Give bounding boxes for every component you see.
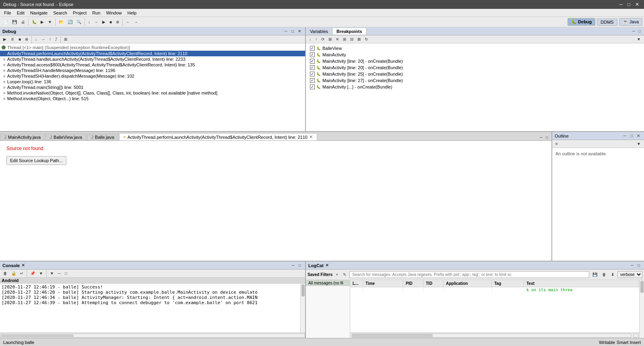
- var-row-0[interactable]: ✓ 🐛 BalleView: [308, 45, 642, 51]
- stack-frame-4[interactable]: ≡ ActivityThreadSH(Handler).dispatchMess…: [0, 73, 305, 79]
- menu-run[interactable]: Run: [90, 10, 103, 16]
- console-word-wrap-btn[interactable]: ↵: [19, 270, 25, 276]
- disconnect-debug-btn[interactable]: ⊗: [23, 36, 30, 42]
- logcat-scroll-btn[interactable]: ⬇: [609, 272, 616, 278]
- vars-toolbar-btn-4[interactable]: ⊞: [327, 36, 333, 42]
- disconnect-button[interactable]: ⊗: [114, 19, 121, 25]
- var-row-4[interactable]: ✓ 🐛 MainActivity [line: 25] - onCreate(B…: [308, 71, 642, 77]
- menu-edit[interactable]: Edit: [14, 10, 27, 16]
- debug-panel-content[interactable]: Thread [<1> main] (Suspended (exception …: [0, 43, 305, 131]
- stack-frame-3[interactable]: ≡ ActivityThreadSH.handleMessage(Message…: [0, 68, 305, 73]
- stepover-btn[interactable]: →: [39, 36, 47, 42]
- var-row-3[interactable]: ✓ 🐛 MainActivity [line: 20] - onCreate(B…: [308, 64, 642, 71]
- debug-close-btn[interactable]: ✕: [296, 28, 303, 34]
- vars-view-menu[interactable]: ▼: [635, 36, 642, 42]
- logcat-level-select[interactable]: verbose debug info warn error: [617, 271, 642, 278]
- outline-toolbar-btn[interactable]: ≡: [554, 141, 559, 147]
- var-row-5[interactable]: ✓ 🐛 MainActivity [line: 27] - onCreate(B…: [308, 77, 642, 84]
- var-check-5[interactable]: ✓: [310, 78, 315, 83]
- menu-project[interactable]: Project: [70, 10, 89, 16]
- console-content[interactable]: [2020-11-27 12:46:19 - balle] Success! […: [0, 284, 300, 332]
- java-perspective-btn[interactable]: ☕ Java: [619, 18, 642, 26]
- stack-frame-8[interactable]: ≡ Method.invoke(Object, Object...) line:…: [0, 96, 305, 101]
- debug-perspective-btn[interactable]: 🐛 Debug: [568, 18, 595, 26]
- var-check-0[interactable]: ✓: [310, 46, 315, 51]
- stack-frame-7[interactable]: ≡ Method.invokeNative(Object, Object[], …: [0, 90, 305, 96]
- debug-button[interactable]: 🐛: [30, 19, 38, 25]
- logcat-max-btn[interactable]: □: [636, 262, 642, 268]
- tab-balleview[interactable]: J BalleView.java: [45, 134, 87, 140]
- maximize-button[interactable]: □: [626, 2, 632, 7]
- logcat-scrollbar[interactable]: [639, 280, 644, 338]
- step-over-button[interactable]: →: [93, 19, 100, 25]
- tab-close-activitythread[interactable]: ✕: [309, 134, 313, 140]
- logcat-min-btn[interactable]: ─: [629, 262, 635, 268]
- vars-toolbar-btn-9[interactable]: ↻: [363, 36, 369, 42]
- var-check-2[interactable]: ✓: [310, 59, 315, 64]
- outline-view-menu[interactable]: ▼: [635, 141, 642, 147]
- add-filter-btn[interactable]: +: [334, 272, 340, 278]
- var-check-4[interactable]: ✓: [310, 72, 315, 76]
- console-pin-btn[interactable]: 📌: [29, 270, 37, 276]
- refresh-button[interactable]: 🔄: [66, 19, 74, 25]
- var-row-6[interactable]: ✓ 🐛 MainActivity [...] - onCreate(Bundle…: [308, 84, 642, 90]
- edit-filter-btn[interactable]: ✎: [341, 272, 348, 278]
- all-messages-item[interactable]: All messages (no fil: [306, 280, 350, 286]
- vars-toolbar-btn-1[interactable]: ↓: [308, 36, 313, 42]
- save-button[interactable]: 💾: [10, 19, 19, 25]
- console-view-max[interactable]: □: [63, 270, 69, 276]
- vars-maximize-btn[interactable]: □: [637, 28, 642, 34]
- console-view-menu[interactable]: ▼: [48, 270, 56, 276]
- debug-minimize-btn[interactable]: ─: [283, 28, 289, 34]
- logcat-save-btn[interactable]: 💾: [591, 272, 599, 278]
- stepinto-btn[interactable]: ↓: [33, 36, 39, 42]
- vars-toolbar-btn-7[interactable]: ⊟: [349, 36, 355, 42]
- console-display-btn[interactable]: ▼: [37, 270, 45, 276]
- var-row-2[interactable]: ✓ 🐛 MainActivity [line: 20] - onCreate(B…: [308, 58, 642, 64]
- console-close[interactable]: ✕: [21, 263, 25, 268]
- debug-maximize-btn[interactable]: □: [290, 28, 295, 34]
- resume-button[interactable]: ▶: [101, 19, 107, 25]
- open-button[interactable]: 📂: [57, 19, 65, 25]
- menu-search[interactable]: Search: [51, 10, 70, 16]
- vars-toolbar-btn-6[interactable]: ⊞: [341, 36, 348, 42]
- editor-max-btn[interactable]: □: [544, 134, 550, 140]
- console-h-scrollbar[interactable]: [0, 334, 305, 338]
- edit-source-lookup-button[interactable]: Edit Source Lookup Path...: [6, 156, 66, 165]
- console-scrollbar[interactable]: [300, 284, 305, 332]
- console-min-btn[interactable]: ─: [290, 262, 296, 268]
- menu-window[interactable]: Window: [103, 10, 124, 16]
- tab-activitythread[interactable]: ≡ ActivityThread.performLaunchActivity(A…: [119, 133, 317, 141]
- tab-mainactivity[interactable]: J MainActivity.java: [0, 134, 45, 140]
- var-row-1[interactable]: ✓ 🐛 MainActivity: [308, 51, 642, 58]
- suspend-debug-btn[interactable]: ⏸: [9, 36, 16, 42]
- print-button[interactable]: 🖨: [19, 19, 27, 25]
- logcat-content[interactable]: k on its main threa: [350, 287, 639, 332]
- run-config-button[interactable]: ▼: [46, 19, 54, 25]
- stack-frame-2[interactable]: ≡ ActivityThread.access$800(ActivityThre…: [0, 62, 305, 68]
- vars-minimize-btn[interactable]: ─: [631, 28, 637, 34]
- logcat-search-input[interactable]: [349, 271, 589, 278]
- vars-toolbar-btn-3[interactable]: ⟳: [320, 36, 326, 42]
- stack-frame-selected[interactable]: ≡ ActivityThread.performLaunchActivity(A…: [0, 51, 305, 56]
- back-button[interactable]: ←: [124, 19, 132, 25]
- logcat-close[interactable]: ✕: [325, 263, 329, 268]
- console-clear-btn[interactable]: 🗑: [2, 270, 9, 276]
- drop-to-frame-btn[interactable]: ⤴: [54, 36, 59, 42]
- vars-toolbar-btn-8[interactable]: ⊠: [356, 36, 362, 42]
- terminate-debug-btn[interactable]: ■: [17, 36, 23, 42]
- console-max-btn[interactable]: □: [297, 262, 303, 268]
- menu-navigate[interactable]: Navigate: [28, 10, 50, 16]
- ddms-perspective-btn[interactable]: DDMS: [597, 19, 617, 26]
- search-toolbar-button[interactable]: 🔍: [75, 19, 83, 25]
- tab-breakpoints[interactable]: Breakpoints: [332, 28, 367, 35]
- var-check-1[interactable]: ✓: [310, 52, 315, 57]
- tab-variables[interactable]: Variables: [306, 28, 332, 35]
- terminate-button[interactable]: ■: [108, 19, 114, 25]
- vars-toolbar-btn-2[interactable]: ↑: [314, 36, 319, 42]
- outline-max-btn[interactable]: □: [629, 133, 634, 139]
- new-button[interactable]: 📄: [2, 19, 10, 25]
- forward-button[interactable]: →: [132, 19, 140, 25]
- tab-balle[interactable]: J Balle.java: [87, 134, 119, 140]
- vars-toolbar-btn-5[interactable]: ✕: [334, 36, 341, 42]
